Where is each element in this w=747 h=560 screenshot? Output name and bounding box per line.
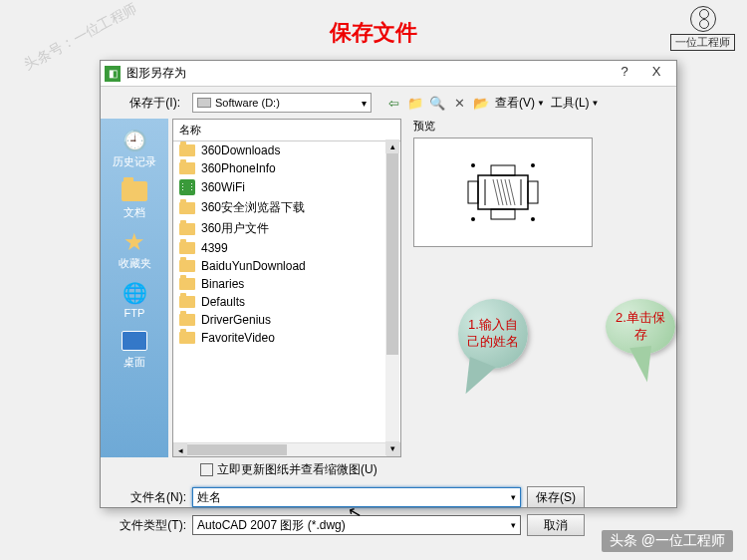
file-name: 4399 — [201, 241, 228, 255]
file-item[interactable]: 360安全浏览器下载 — [173, 197, 400, 218]
filetype-arrow-icon[interactable]: ▾ — [511, 520, 516, 530]
file-name: 360安全浏览器下载 — [201, 199, 305, 216]
file-name: 360Downloads — [201, 143, 280, 157]
preview-area — [413, 138, 593, 247]
file-name: DriverGenius — [201, 313, 271, 327]
scroll-thumb-v[interactable] — [386, 153, 398, 355]
scrollbar-horizontal[interactable]: ◂ ▸ — [173, 442, 400, 456]
up-folder-icon[interactable]: 📁 — [407, 95, 423, 111]
folder-icon — [179, 278, 195, 290]
preview-panel: 预览 — [405, 119, 676, 457]
file-item[interactable]: 360Downloads — [173, 141, 400, 159]
brand-label: 一位工程师 — [670, 34, 735, 51]
scroll-up-icon[interactable]: ▴ — [385, 140, 399, 153]
svg-rect-1 — [468, 181, 478, 203]
cancel-button[interactable]: 取消 — [527, 514, 585, 536]
titlebar: ◧ 图形另存为 ? X — [101, 61, 676, 87]
scrollbar-vertical[interactable]: ▴ ▾ — [385, 140, 399, 455]
folder-icon — [179, 314, 195, 326]
sidebar-documents[interactable]: 文档 — [121, 175, 148, 222]
svg-point-15 — [531, 163, 535, 167]
save-in-label: 保存于(I): — [109, 95, 186, 112]
callout-enter-name: 1.输入自己的姓名 — [458, 299, 528, 369]
file-item[interactable]: BaiduYunDownload — [173, 257, 400, 275]
file-item[interactable]: 4399 — [173, 239, 400, 257]
file-item[interactable]: FavoriteVideo — [173, 329, 400, 347]
file-list-panel: 名称 360Downloads360PhoneInfo⋮⋮360WiFi360安… — [172, 119, 401, 457]
svg-rect-3 — [491, 165, 515, 175]
bottom-form: 立即更新图纸并查看缩微图(U) 文件名(N): 姓名 ▾ 保存(S) 文件类型(… — [101, 461, 676, 536]
scroll-left-icon[interactable]: ◂ — [173, 443, 187, 456]
location-row: 保存于(I): Software (D:) ⇦ 📁 🔍 ✕ 📂 查看(V)▼ 工… — [101, 87, 676, 119]
filetype-dropdown[interactable]: AutoCAD 2007 图形 (*.dwg) ▾ — [192, 515, 521, 535]
file-name: Binaries — [201, 277, 244, 291]
svg-point-13 — [531, 217, 535, 221]
filetype-label: 文件类型(T): — [109, 517, 186, 534]
drive-dropdown[interactable]: Software (D:) — [192, 93, 372, 113]
ftp-icon: 🌐 — [121, 279, 148, 307]
folder-icon — [179, 223, 195, 235]
desktop-icon — [121, 327, 148, 355]
folder-icon — [179, 242, 195, 254]
save-as-dialog: ◧ 图形另存为 ? X 保存于(I): Software (D:) ⇦ 📁 🔍 … — [100, 60, 677, 508]
favorites-icon: ★ — [121, 228, 148, 256]
preview-label: 预览 — [413, 119, 668, 134]
file-name: Defaults — [201, 295, 245, 309]
folder-icon — [179, 162, 195, 174]
sidebar-ftp[interactable]: 🌐 FTP — [121, 277, 148, 321]
filename-label: 文件名(N): — [109, 489, 186, 506]
toolbar-icons: ⇦ 📁 🔍 ✕ 📂 — [385, 95, 489, 111]
folder-icon — [179, 332, 195, 344]
wifi-icon: ⋮⋮ — [179, 179, 195, 195]
svg-rect-4 — [491, 209, 515, 219]
file-list[interactable]: 360Downloads360PhoneInfo⋮⋮360WiFi360安全浏览… — [173, 141, 400, 442]
update-thumb-label: 立即更新图纸并查看缩微图(U) — [217, 461, 377, 478]
file-item[interactable]: Binaries — [173, 275, 400, 293]
list-header-name[interactable]: 名称 — [173, 120, 400, 141]
file-name: FavoriteVideo — [201, 331, 275, 345]
delete-icon[interactable]: ✕ — [451, 95, 467, 111]
file-item[interactable]: Defaults — [173, 293, 400, 311]
close-button[interactable]: X — [640, 64, 672, 84]
sidebar-desktop[interactable]: 桌面 — [121, 325, 148, 372]
brand-logo-icon — [690, 6, 716, 32]
footer-watermark: 头条 @一位工程师 — [602, 530, 733, 552]
save-button[interactable]: 保存(S) — [527, 486, 585, 508]
app-icon: ◧ — [105, 66, 121, 82]
new-folder-icon[interactable]: 📂 — [473, 95, 489, 111]
tools-menu[interactable]: 工具(L)▼ — [551, 95, 600, 112]
svg-rect-2 — [528, 181, 538, 203]
drive-value: Software (D:) — [215, 97, 280, 109]
help-button[interactable]: ? — [609, 64, 640, 84]
history-icon: 🕘 — [121, 127, 148, 154]
scroll-down-icon[interactable]: ▾ — [385, 441, 399, 455]
sidebar-history[interactable]: 🕘 历史记录 — [113, 125, 156, 171]
file-name: BaiduYunDownload — [201, 259, 306, 273]
folder-icon — [179, 144, 195, 156]
back-icon[interactable]: ⇦ — [385, 95, 401, 111]
folder-icon — [179, 296, 195, 308]
dialog-title: 图形另存为 — [126, 65, 186, 82]
search-icon[interactable]: 🔍 — [429, 95, 445, 111]
file-name: 360WiFi — [201, 180, 245, 194]
svg-point-12 — [471, 217, 475, 221]
file-name: 360用户文件 — [201, 220, 269, 237]
scroll-thumb-h[interactable] — [187, 444, 287, 455]
filename-history-icon[interactable]: ▾ — [511, 492, 516, 502]
file-name: 360PhoneInfo — [201, 161, 276, 175]
watermark-right: 一位工程师 — [670, 6, 735, 51]
sidebar-favorites[interactable]: ★ 收藏夹 — [119, 226, 151, 273]
file-item[interactable]: ⋮⋮360WiFi — [173, 177, 400, 197]
view-menu[interactable]: 查看(V)▼ — [495, 95, 545, 112]
preview-drawing-icon — [443, 157, 563, 227]
update-thumb-checkbox[interactable] — [200, 463, 213, 476]
filename-input[interactable]: 姓名 ▾ — [192, 487, 521, 507]
file-item[interactable]: DriverGenius — [173, 311, 400, 329]
documents-icon — [121, 177, 148, 205]
svg-point-14 — [471, 163, 475, 167]
folder-icon — [179, 202, 195, 214]
drive-icon — [197, 98, 211, 108]
file-item[interactable]: 360PhoneInfo — [173, 159, 400, 177]
file-item[interactable]: 360用户文件 — [173, 218, 400, 239]
folder-icon — [179, 260, 195, 272]
